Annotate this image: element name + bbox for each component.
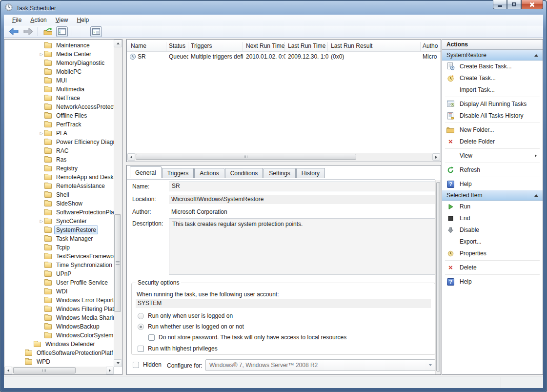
action-create-basic-task[interactable]: Create Basic Task... (442, 61, 543, 72)
expander-icon[interactable]: ▷ (39, 131, 44, 136)
column-separator[interactable] (188, 42, 188, 51)
column-header-triggers[interactable]: Triggers (191, 42, 243, 49)
action-run[interactable]: Run (442, 201, 543, 212)
tree-item-remoteassistance[interactable]: RemoteAssistance (4, 182, 114, 190)
action-delete-folder[interactable]: ×Delete Folder (442, 136, 543, 147)
column-separator[interactable] (284, 42, 285, 51)
checkbox-hidden[interactable] (133, 362, 139, 368)
details-vscroll-thumb[interactable] (436, 182, 440, 371)
tree-item-rac[interactable]: RAC (4, 146, 114, 155)
scroll-right-button[interactable] (106, 367, 114, 374)
tree-item-officesoftwareprotectionplatf[interactable]: OfficeSoftwareProtectionPlatf (4, 349, 114, 357)
tree-item-wdi[interactable]: WDI (4, 287, 114, 296)
section-header-selected-item[interactable]: Selected Item (442, 190, 543, 201)
menu-action[interactable]: Action (26, 16, 51, 24)
menu-file[interactable]: File (8, 16, 26, 24)
tree-item-time-synchronization[interactable]: Time Synchronization (4, 261, 114, 269)
tree-item-networkaccessprotecti[interactable]: NetworkAccessProtecti (4, 103, 114, 111)
tab-conditions[interactable]: Conditions (225, 168, 263, 178)
tree-item-memorydiagnostic[interactable]: MemoryDiagnostic (4, 59, 114, 67)
menu-view[interactable]: View (51, 16, 73, 24)
tree-item-remoteapp-and-deskto[interactable]: RemoteApp and Deskto (4, 173, 114, 182)
back-arrow[interactable] (8, 26, 20, 37)
tree-item-windows-error-reportin[interactable]: Windows Error Reportin (4, 296, 114, 305)
tree-item-mui[interactable]: MUI (4, 76, 114, 85)
expander-icon[interactable]: ▷ (39, 52, 44, 57)
tree-hscroll-thumb[interactable] (13, 367, 76, 373)
tree-item-textservicesframework[interactable]: TextServicesFramework (4, 252, 114, 261)
column-header-status[interactable]: Status (169, 42, 188, 49)
column-separator[interactable] (420, 42, 421, 51)
import-folder[interactable] (42, 26, 54, 37)
tree-item-windows-filtering-platf[interactable]: Windows Filtering Platf (4, 305, 114, 313)
action-delete[interactable]: ×Delete (442, 262, 543, 273)
checkbox-run-highest-privileges[interactable] (138, 346, 144, 352)
action-help[interactable]: ?Help (442, 276, 543, 288)
tab-settings[interactable]: Settings (263, 168, 295, 178)
tab-history[interactable]: History (296, 168, 325, 178)
tree-item-ras[interactable]: Ras (4, 155, 114, 164)
collapse-arrow-icon[interactable] (534, 194, 538, 197)
tree-item-shell[interactable]: Shell (4, 190, 114, 199)
action-export[interactable]: Export... (442, 236, 543, 248)
action-new-folder[interactable]: New Folder... (442, 124, 543, 136)
tree-item-wpd[interactable]: WPD (4, 357, 114, 366)
checkbox-do-not-store-password[interactable] (148, 334, 155, 341)
scroll-right-button[interactable] (432, 153, 440, 161)
tree-item-tcpip[interactable]: Tcpip (4, 243, 114, 252)
tree-item-windowsbackup[interactable]: WindowsBackup (4, 322, 114, 331)
tree-item-registry[interactable]: Registry (4, 164, 114, 173)
collapse-arrow-icon[interactable] (534, 54, 538, 57)
help[interactable] (76, 26, 88, 37)
expander-icon[interactable]: ▷ (39, 219, 44, 224)
tree-item-task-manager[interactable]: Task Manager (4, 234, 114, 243)
tab-triggers[interactable]: Triggers (162, 168, 194, 178)
tree-item-systemrestore[interactable]: SystemRestore (4, 226, 114, 234)
list-hscroll-thumb[interactable] (136, 154, 356, 160)
tree-item-user-profile-service[interactable]: User Profile Service (4, 278, 114, 287)
tree-item-power-efficiency-diagn[interactable]: Power Efficiency Diagn (4, 138, 114, 146)
tree-item-windows-defender[interactable]: Windows Defender (4, 340, 114, 349)
titlebar[interactable]: Task Scheduler (0, 0, 547, 15)
action-end[interactable]: End (442, 212, 543, 224)
minimize-button[interactable] (493, 0, 507, 9)
action-display-all-running-tasks[interactable]: Display All Running Tasks (442, 98, 543, 110)
column-header-name[interactable]: Name (131, 42, 166, 49)
forward-arrow[interactable] (22, 26, 34, 37)
column-separator[interactable] (166, 42, 166, 51)
tree-item-synccenter[interactable]: ▷SyncCenter (4, 217, 114, 226)
column-header-autho[interactable]: Autho (423, 42, 439, 49)
column-header-last-run-result[interactable]: Last Run Result (331, 42, 418, 49)
action-pane-toggle[interactable] (90, 26, 102, 37)
column-separator[interactable] (242, 42, 243, 51)
action-create-task[interactable]: Create Task... (442, 72, 543, 84)
configure-for-dropdown[interactable]: Windows® 7, Windows Server™ 2008 R2 (205, 359, 435, 371)
tab-general[interactable]: General (130, 166, 162, 178)
action-disable-all-tasks-history[interactable]: Disable All Tasks History (442, 110, 543, 122)
tree-item-windowscolorsystem[interactable]: WindowsColorSystem (4, 331, 114, 340)
radio-run-only-logged-on[interactable] (138, 313, 144, 319)
scroll-up-button[interactable] (114, 40, 122, 47)
menu-help[interactable]: Help (73, 16, 94, 24)
tree-item-perftrack[interactable]: PerfTrack (4, 120, 114, 129)
action-disable[interactable]: Disable (442, 224, 543, 236)
section-header-systemrestore[interactable]: SystemRestore (442, 50, 543, 61)
tree-item-pla[interactable]: ▷PLA (4, 129, 114, 138)
tree-vscroll-thumb[interactable] (114, 214, 121, 312)
tree-item-offline-files[interactable]: Offline Files (4, 111, 114, 120)
action-view[interactable]: View (442, 150, 543, 162)
tree-item-media-center[interactable]: ▷Media Center (4, 50, 114, 59)
tree-item-sideshow[interactable]: SideShow (4, 199, 114, 208)
column-header-last-run-time[interactable]: Last Run Time (288, 42, 328, 49)
console-tree-toggle[interactable] (56, 26, 68, 37)
task-row-sr[interactable]: SRQueuedMultiple triggers defined2010.01… (127, 52, 441, 62)
tree-item-upnp[interactable]: UPnP (4, 269, 114, 278)
scroll-left-button[interactable] (4, 367, 12, 374)
tree-item-softwareprotectionplat[interactable]: SoftwareProtectionPlat (4, 208, 114, 217)
radio-run-logged-on-or-not[interactable] (138, 324, 144, 330)
scroll-down-button[interactable] (114, 359, 122, 367)
close-button[interactable] (521, 0, 543, 9)
maximize-button[interactable] (507, 0, 521, 9)
tree-item-mobilepc[interactable]: MobilePC (4, 67, 114, 76)
tree-item-nettrace[interactable]: NetTrace (4, 94, 114, 103)
